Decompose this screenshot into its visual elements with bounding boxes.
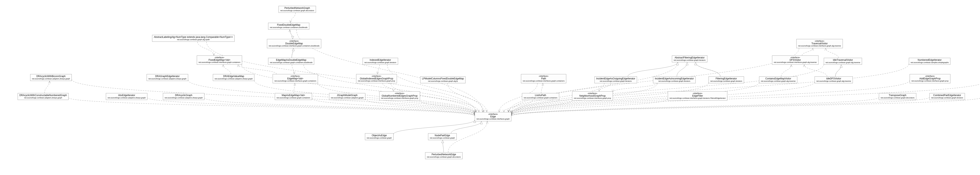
package-name: net.sourceforge.combean.graph.iterators [710, 80, 742, 82]
node-absEdgeIter[interactable]: AbsEdgeIteratornet.sourceforge.combean.a… [106, 93, 147, 100]
dep-edgeMapDouble-to-doubleEdgeMap [292, 48, 293, 58]
stereotype: «interface» [274, 75, 316, 77]
node-incidentOut[interactable]: IncidentEdgeAsOutgoingEdgeIteratornet.so… [595, 76, 637, 83]
dep-globalNumbered-to-edge [420, 100, 475, 113]
package-name: net.sourceforge.combean.graph.iterators [364, 62, 396, 64]
node-idleDFS[interactable]: IdleDFSVisitornet.sourceforge.combean.gr… [815, 76, 853, 83]
package-name: net.sourceforge.combean.interfaces.graph… [199, 61, 240, 63]
class-name: LPModelColumnsFixedDoubleEdgeMap [422, 77, 464, 80]
node-dfsAcyConstruct[interactable]: DRAcyclicWithConstructableNumberedGraphn… [18, 93, 68, 100]
node-incidentIncoming[interactable]: IncidentEdgeAsIncomingEdgeIteratornet.so… [653, 76, 695, 83]
node-mapAsEdgeMap[interactable]: MapAsEdgeMap<Val>net.sourceforge.combean… [275, 93, 312, 100]
class-name: IndexedEdgeIterator [364, 59, 396, 62]
node-abstractLabeling[interactable]: AbstractLabelingAlg<NumType extends java… [152, 35, 235, 42]
class-name: AddEdgeGraphProp [912, 77, 949, 80]
class-name: AbstractFilteringEdgeIterator [674, 56, 706, 59]
class-name: IdleTraversalVisitor [826, 59, 860, 62]
dep-abstractLabeling-to-fixedEdgeMap [197, 42, 214, 56]
dep-lpModelCol-to-edge [447, 83, 487, 112]
package-name: net.sourceforge.combean.interfaces.graph… [912, 80, 949, 82]
class-name: ContainsEdgeMapVisitor [761, 77, 795, 80]
dep-edgeMapDouble-to-edgeMapVal [292, 65, 294, 74]
package-name: net.sourceforge.combean.interfaces.graph… [774, 61, 817, 63]
package-name: net.sourceforge.combean.interfaces.graph [476, 118, 510, 120]
node-perturbedEdge[interactable]: PerturbedNetworkEdgenet.sourceforge.comb… [425, 152, 463, 159]
class-name: AbsEdgeIterator [108, 94, 146, 97]
package-name: net.sourceforge.combean.interfaces.graph… [358, 80, 395, 82]
stereotype: «interface» [269, 40, 320, 42]
node-traversalVisitor[interactable]: «interface»TraversalVisitornet.sourcefor… [796, 39, 843, 48]
node-doubleEdgeMap[interactable]: «interface»DoubleEdgeMapnet.sourceforge.… [267, 39, 321, 48]
node-fixedDoubleMap[interactable]: FixedDoubleEdgeMapnet.sourceforge.combea… [268, 23, 309, 30]
dep-edgeMapVal-to-fixedEdgeMap [238, 65, 277, 74]
dep-dfsAcyGraph-to-edge [204, 98, 475, 115]
class-name: DRAcyclicWithConstructableNumberedGraph [19, 94, 67, 97]
node-dfsAcyGraph[interactable]: DRAcyclicGraphnet.sourceforge.combean.ad… [163, 93, 204, 100]
dep-graphTraversal-to-fixedEdgeMap [223, 65, 231, 74]
node-globalIndexed[interactable]: «interface»GlobalIndexedEdgesGraphPropne… [356, 74, 397, 83]
dep-filteringEdge-to-abstractFiltering [695, 62, 720, 76]
node-transposeGraph[interactable]: TransposeGraphnet.sourceforge.combean.gr… [879, 93, 916, 100]
package-name: net.sourceforge.combean.interfaces.graph… [523, 80, 565, 82]
class-name: CombinedPairEdgeIterator [931, 94, 963, 97]
node-neighborhood[interactable]: «interface»NeighborhoodGraphPropnet.sour… [572, 91, 613, 100]
node-edge[interactable]: «interface»Edgenet.sourceforge.combean.i… [475, 112, 511, 121]
node-dfsVisitor[interactable]: «interface»DFSVisitornet.sourceforge.com… [772, 56, 818, 65]
node-listAsPath[interactable]: ListAsPathnet.sourceforge.combean.graph.… [522, 93, 559, 100]
diagram-canvas: «interface»Edgenet.sourceforge.combean.i… [0, 0, 980, 175]
node-combinedPair[interactable]: CombinedPairEdgeIteratornet.sourceforge.… [929, 93, 965, 100]
dep-fixedEdgeMap-to-edge [242, 65, 475, 113]
class-name: PerturbedNetworkGraph [280, 7, 314, 10]
class-name: AbstractLabelingAlg<NumType extends java… [154, 36, 233, 38]
node-edgeMapDouble[interactable]: EdgeMapAsDoubleEdgeMapnet.sourceforge.co… [268, 58, 314, 65]
dep-absEdgeIter-to-edge [147, 98, 475, 116]
node-jgraphtGraph[interactable]: JGraphModelGraphnet.sourceforge.combean.… [329, 93, 365, 100]
stereotype: «interface» [523, 75, 565, 77]
node-globalNumbered[interactable]: «interface»GlobalNumberedEdgesGraphPropn… [379, 91, 420, 100]
node-numberedEdgeIter[interactable]: NumberedEdgeIteratornet.sourceforge.comb… [909, 58, 950, 65]
node-path[interactable]: «interface»Pathnet.sourceforge.combean.i… [521, 74, 566, 83]
package-name: net.sourceforge.combean.graph.iterators [931, 97, 963, 99]
dep-indexedEdgeIter-to-edge [387, 65, 484, 112]
node-abstractFiltering[interactable]: AbstractFilteringEdgeIteratornet.sourcef… [672, 56, 707, 62]
class-name: IncidentEdgeAsOutgoingEdgeIterator [596, 77, 635, 80]
node-graphTraversal[interactable]: DRAEdgeValueMapnet.sourceforge.combean.a… [213, 74, 255, 81]
node-edgeMapVal[interactable]: «interface»EdgeMap<Val>net.sourceforge.c… [273, 74, 318, 83]
node-idleTraversal[interactable]: IdleTraversalVisitornet.sourceforge.comb… [824, 58, 862, 65]
node-addEdgeProp[interactable]: «interface»AddEdgeGraphPropnet.sourcefor… [910, 74, 950, 83]
node-perturbedGraph[interactable]: PerturbedNetworkGraphnet.sourceforge.com… [278, 6, 316, 13]
dep-globalIndexed-to-globalNumbered [383, 83, 394, 91]
package-name: net.sourceforge.combean.adapters.drasys.… [108, 97, 146, 99]
node-dfsComposite[interactable]: DRAGraphEdgeIteratornet.sourceforge.comb… [146, 74, 188, 81]
package-name: net.sourceforge.combean.graph.alg.traver… [826, 62, 860, 64]
node-objectAsEdge[interactable]: ObjectAsEdgenet.sourceforge.combean.grap… [365, 133, 394, 140]
node-dfsAcyExt[interactable]: DRAcyclicWithBiconnGraphnet.sourceforge.… [30, 74, 72, 81]
dep-idleDFS-to-dfsVisitor [804, 65, 827, 76]
package-name: net.sourceforge.combean.interfaces.graph… [381, 97, 418, 99]
dep-dfsAcyConstruct-to-dfsAcyExt [45, 81, 49, 93]
dep-listAsPath-to-path [541, 83, 543, 93]
stereotype: «interface» [798, 40, 841, 42]
gen-fixedDoubleMap-to-doubleEdgeMap [290, 30, 293, 39]
class-name: IncidentEdgeAsIncomingEdgeIterator [655, 77, 694, 80]
node-filteringEdge[interactable]: FilteringEdgeIteratornet.sourceforge.com… [708, 76, 744, 83]
node-lpModelCol[interactable]: LPModelColumnsFixedDoubleEdgeMapnet.sour… [420, 76, 466, 83]
node-containsMap[interactable]: ContainsEdgeMapVisitornet.sourceforge.co… [759, 76, 797, 83]
package-name: net.sourceforge.combean.graph.alg.traver… [816, 80, 851, 82]
dep-incidentIncoming-to-neighborhood [613, 83, 657, 92]
node-nodePairEdge[interactable]: NodePairEdgenet.sourceforge.combean.grap… [428, 133, 457, 140]
package-name: net.sourceforge.combean.adapters.drasys.… [19, 97, 67, 99]
class-name: IdleDFSVisitor [816, 77, 851, 80]
stereotype: «interface» [199, 56, 240, 59]
stereotype: «interface» [574, 92, 611, 95]
gen-edgeMapDouble-to-doubleEdgeMap [292, 48, 293, 58]
class-name: DRAGraphEdgeIterator [148, 75, 186, 78]
dep-containsMap-to-dfsVisitor [781, 65, 791, 76]
node-indexedEdgeIter[interactable]: IndexedEdgeIteratornet.sourceforge.combe… [363, 58, 398, 65]
stereotype: «interface» [912, 75, 949, 77]
class-name: ListAsPath [524, 94, 557, 97]
node-fixedEdgeMap[interactable]: «interface»FixedEdgeMap<Val>net.sourcefo… [197, 56, 242, 65]
class-name: EdgeMapAsDoubleEdgeMap [270, 59, 312, 62]
node-edgeFilter[interactable]: «interface»EdgeFilternet.sourceforge.com… [668, 91, 727, 100]
dep-numberedEdgeIter-to-edge [511, 64, 909, 115]
